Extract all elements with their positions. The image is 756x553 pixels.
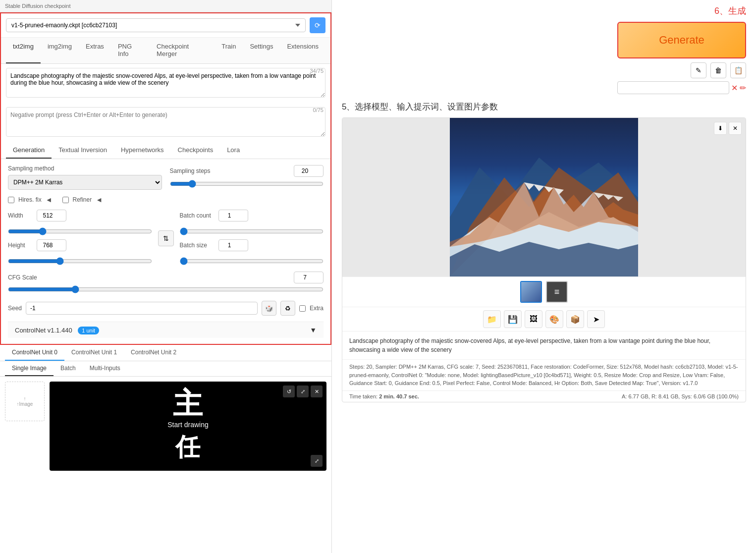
style-cancel-button[interactable]: ✕ <box>731 83 738 93</box>
sampling-steps-label: Sampling steps <box>170 167 211 174</box>
sampling-steps-slider[interactable] <box>170 180 324 188</box>
tab-pnginfo[interactable]: PNG Info <box>111 38 150 63</box>
seed-dice-button[interactable]: 🎲 <box>262 301 276 316</box>
swap-dimensions-button[interactable]: ⇅ <box>158 230 174 246</box>
action-buttons-row: ✎ 🗑 📋 <box>691 62 746 78</box>
hires-refiner-row: Hires. fix ◄ Refiner ◄ <box>8 196 324 204</box>
seed-input[interactable] <box>26 302 258 315</box>
close-image-button[interactable]: ✕ <box>729 122 742 135</box>
swap-icon: ⇅ <box>163 234 169 242</box>
canvas-zoom-button[interactable]: ⤢ <box>297 386 309 397</box>
batch-col: Batch count Batch size <box>180 210 324 267</box>
sampling-method-label: Sampling method <box>8 165 162 172</box>
nav-tabs: txt2img img2img Extras PNG Info Checkpoi… <box>1 38 330 64</box>
width-label: Width <box>8 212 33 219</box>
height-slider[interactable] <box>8 257 152 265</box>
hires-fix-toggle-icon: ◄ <box>46 196 53 204</box>
batch-size-input[interactable] <box>218 239 248 251</box>
tab-img2img[interactable]: img2img <box>41 38 79 63</box>
canvas-controls: ↺ ⤢ ✕ <box>283 386 323 397</box>
open-folder-button[interactable]: 📁 <box>483 310 501 328</box>
save-icon: 💾 <box>508 315 518 324</box>
batch-size-slider[interactable] <box>180 257 324 265</box>
thumbnail-1[interactable] <box>520 281 542 303</box>
send-img2img-button[interactable]: 🖼 <box>525 310 542 328</box>
subtab-textual-inversion[interactable]: Textual Inversion <box>52 142 114 159</box>
sampling-steps-input[interactable]: 20 <box>294 165 324 177</box>
tab-extras[interactable]: Extras <box>79 38 111 63</box>
canvas-content: 主 Start drawing 任 <box>167 389 208 464</box>
checkpoint-select[interactable]: v1-5-pruned-emaonly.ckpt [cc6cb27103] <box>6 18 306 32</box>
controlnet-unit-badge: 1 unit <box>78 327 99 334</box>
output-image-container: ⬇ ✕ <box>342 118 746 276</box>
height-input[interactable] <box>37 239 66 251</box>
img-tab-batch[interactable]: Batch <box>54 361 83 376</box>
subtab-hypernetworks[interactable]: Hypernetworks <box>114 142 171 159</box>
subtab-generation[interactable]: Generation <box>6 142 52 159</box>
tab-checkpoint-merger[interactable]: Checkpoint Merger <box>150 38 215 63</box>
checkpoint-row: v1-5-pruned-emaonly.ckpt [cc6cb27103] ⟳ <box>1 13 330 38</box>
cn-unit-0-tab[interactable]: ControlNet Unit 0 <box>5 345 64 361</box>
refiner-checkbox[interactable] <box>62 197 69 203</box>
thumbnail-2[interactable]: ≡ <box>546 281 568 303</box>
canvas-char-1: 主 <box>167 389 208 419</box>
tab-settings[interactable]: Settings <box>243 38 280 63</box>
canvas-drawing-area[interactable]: 主 Start drawing 任 ↺ ⤢ ✕ ⤢ <box>50 382 326 471</box>
gallery-icon: 🎨 <box>549 315 559 324</box>
generate-button[interactable]: Generate <box>617 22 746 58</box>
cfg-scale-header: CFG Scale <box>8 272 324 283</box>
extra-label: Extra <box>310 305 324 312</box>
send-gallery-button[interactable]: 🎨 <box>545 310 563 328</box>
style-edit-button[interactable]: ✏ <box>740 83 746 93</box>
sampling-method-col: Sampling method DPM++ 2M Karras <box>8 165 162 190</box>
refresh-button[interactable]: ⟳ <box>310 17 325 33</box>
controlnet-collapse-icon: ▼ <box>310 326 317 334</box>
seed-recycle-button[interactable]: ♻ <box>280 301 295 316</box>
upload-label: ↑Image <box>17 401 33 407</box>
send-zip-button[interactable]: 📦 <box>566 310 584 328</box>
hires-fix-checkbox[interactable] <box>8 197 14 203</box>
send-extras-button[interactable]: ➤ <box>587 310 605 328</box>
checkpoint-header: Stable Diffusion checkpoint <box>0 0 331 12</box>
canvas-reset-button[interactable]: ↺ <box>283 386 295 397</box>
extra-checkbox[interactable] <box>299 305 306 312</box>
cfg-scale-slider[interactable] <box>8 285 324 293</box>
img-tab-single[interactable]: Single Image <box>5 361 54 376</box>
width-slider[interactable] <box>8 227 152 235</box>
width-input[interactable] <box>37 210 66 221</box>
time-taken-row: Time taken: 2 min. 40.7 sec. A: 6.77 GB,… <box>342 390 746 402</box>
clipboard-action-button[interactable]: 📋 <box>730 62 746 78</box>
canvas-close-button[interactable]: ✕ <box>311 386 323 397</box>
tab-txt2img[interactable]: txt2img <box>6 38 41 63</box>
tab-extensions[interactable]: Extensions <box>280 38 325 63</box>
batch-count-slider[interactable] <box>180 227 324 235</box>
sampling-method-select[interactable]: DPM++ 2M Karras <box>8 175 162 190</box>
save-button[interactable]: 💾 <box>504 310 522 328</box>
controlnet-unit-tabs: ControlNet Unit 0 ControlNet Unit 1 Cont… <box>0 345 331 361</box>
pencil-icon: ✎ <box>696 66 702 74</box>
cn-unit-1-tab[interactable]: ControlNet Unit 1 <box>64 345 124 361</box>
style-input[interactable] <box>617 81 729 94</box>
controlnet-header[interactable]: ControlNet v1.1.440 1 unit ▼ <box>8 322 324 338</box>
checkpoint-label: Stable Diffusion checkpoint <box>5 3 71 9</box>
output-description: Landscape photography of the majestic sn… <box>342 331 746 359</box>
refiner-col: Refiner ◄ <box>62 196 103 204</box>
tab-train[interactable]: Train <box>215 38 243 63</box>
pencil-action-button[interactable]: ✎ <box>691 62 706 78</box>
negative-prompt-input[interactable] <box>6 107 325 137</box>
canvas-expand-button[interactable]: ⤢ <box>311 455 323 467</box>
download-image-button[interactable]: ⬇ <box>714 122 727 135</box>
batch-count-row: Batch count <box>180 210 324 221</box>
dice-icon: 🎲 <box>265 305 273 312</box>
vram-info: A: 6.77 GB, R: 8.41 GB, Sys: 6.0/6 GB (1… <box>622 393 739 399</box>
batch-count-input[interactable] <box>218 210 248 221</box>
subtab-checkpoints[interactable]: Checkpoints <box>171 142 220 159</box>
cfg-scale-input[interactable] <box>294 272 324 283</box>
subtab-lora[interactable]: Lora <box>220 142 247 159</box>
positive-prompt-input[interactable]: Landscape photography of the majestic sn… <box>6 68 325 98</box>
output-area: ⬇ ✕ ≡ 📁 <box>342 117 746 402</box>
cn-unit-2-tab[interactable]: ControlNet Unit 2 <box>124 345 183 361</box>
img-tab-multi[interactable]: Multi-Inputs <box>83 361 127 376</box>
image-upload-button[interactable]: ↑ ↑Image <box>5 382 45 421</box>
trash-action-button[interactable]: 🗑 <box>710 62 726 78</box>
